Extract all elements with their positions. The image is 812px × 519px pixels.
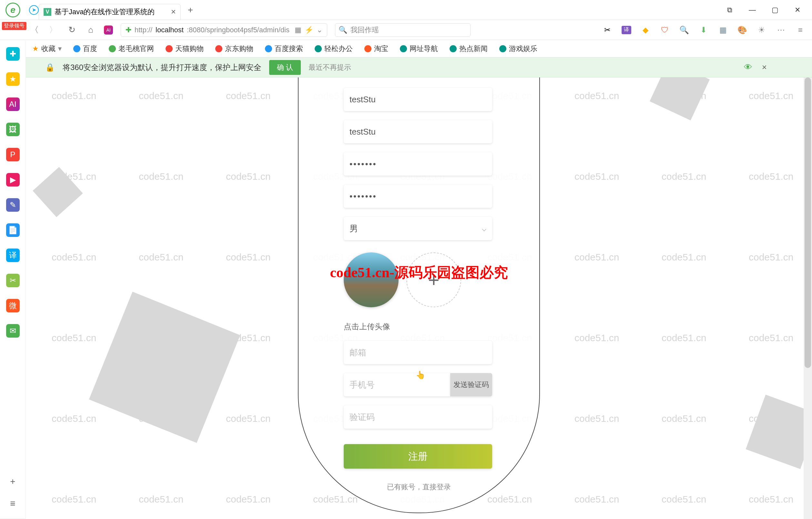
sidebar-app-2[interactable]: ★	[6, 72, 20, 86]
dismiss-notice-link[interactable]: 最近不再提示	[309, 63, 351, 72]
notice-text: 将360安全浏览器设为默认，提升打开速度，保护上网安全	[63, 62, 261, 73]
palette-icon[interactable]: 🎨	[737, 25, 748, 35]
page-content: code51.cncode51.cncode51.cncode51.cncode…	[26, 78, 812, 519]
url-bar[interactable]: ✚ http://localhost:8080/springboot4psf5/…	[121, 23, 327, 37]
theme-icon[interactable]: ☀	[756, 25, 767, 35]
forward-button[interactable]: 〉	[48, 25, 59, 35]
sidebar-app-5[interactable]: P	[6, 148, 20, 162]
bookmark-laomaotao[interactable]: 老毛桃官网	[109, 44, 154, 54]
watermark-text: code51.cn	[52, 90, 96, 102]
confirm-password-input[interactable]: •••••••	[344, 184, 492, 208]
back-button[interactable]: 〈	[29, 25, 40, 35]
sidebar-app-6[interactable]: ▶	[6, 173, 20, 186]
address-bar-row: 〈 〉 ↻ ⌂ AI ✚ http://localhost:8080/sprin…	[0, 20, 812, 40]
sidebar-app-10[interactable]: ✂	[6, 274, 20, 287]
sidebar-app-1[interactable]: ✚	[6, 47, 20, 61]
bookmark-baidu[interactable]: 百度	[73, 44, 97, 54]
cube-icon[interactable]: ◆	[640, 25, 650, 35]
register-button[interactable]: 注册	[344, 444, 492, 469]
lock-icon: 🔒	[45, 63, 55, 72]
watermark-text: code51.cn	[662, 171, 706, 182]
minimize-icon[interactable]: —	[748, 5, 757, 15]
bookmark-taobao[interactable]: 淘宝	[365, 44, 388, 54]
watermark-text: code51.cn	[575, 252, 619, 263]
nav-icon	[400, 45, 407, 52]
confirm-default-button[interactable]: 确 认	[269, 60, 301, 75]
avatar-preview[interactable]	[344, 252, 399, 307]
bookmark-bar: ★收藏▾ 百度 老毛桃官网 天猫购物 京东购物 百度搜索 轻松办公 淘宝 网址导…	[0, 40, 812, 57]
scrollbar-thumb[interactable]	[805, 78, 811, 368]
bookmark-jd[interactable]: 京东购物	[215, 44, 253, 54]
search-box[interactable]: 🔍 我回作瑶	[335, 23, 470, 37]
security-icon[interactable]: 🛡	[660, 25, 670, 35]
watermark-text: code51.cn	[226, 413, 270, 424]
browser-tab-bar: e ➤ V 基于Java的在线作业管理系统的 × + ⧉ — ▢ ✕	[0, 0, 812, 20]
sidebar-app-3[interactable]: AI	[6, 97, 20, 111]
tab-close-icon[interactable]: ×	[171, 7, 176, 17]
sidebar-app-11[interactable]: 微	[6, 299, 20, 312]
download-icon[interactable]: ⬇	[698, 25, 709, 35]
maximize-icon[interactable]: ▢	[770, 5, 780, 15]
send-code-button[interactable]: 发送验证码	[450, 373, 492, 396]
bookmark-favorites[interactable]: ★收藏▾	[32, 44, 62, 54]
bookmark-baidusearch[interactable]: 百度搜索	[265, 44, 303, 54]
apps-icon[interactable]: ▦	[718, 25, 728, 35]
bolt-icon[interactable]: ⚡	[304, 26, 313, 34]
watermark-text: code51.cn	[52, 333, 96, 343]
bookmark-news[interactable]: 热点新闻	[450, 44, 488, 54]
bg-square-4	[33, 167, 83, 217]
browser-e-icon: e	[5, 3, 20, 18]
scissors-icon[interactable]: ✂	[602, 25, 613, 35]
nickname-input[interactable]: testStu	[344, 120, 492, 143]
login-link[interactable]: 已有账号，直接登录	[344, 482, 494, 492]
sidebar-list-icon[interactable]: ≡	[10, 498, 15, 509]
browser-logo: e	[0, 0, 26, 20]
home-button[interactable]: ⌂	[85, 25, 96, 35]
sidebar-app-12[interactable]: ✉	[6, 324, 20, 338]
ai-icon[interactable]: AI	[104, 26, 113, 34]
menu-icon[interactable]: ≡	[795, 25, 806, 35]
find-icon[interactable]: 🔍	[679, 25, 689, 35]
captcha-input[interactable]	[344, 405, 492, 429]
bookmark-games[interactable]: 游戏娱乐	[499, 44, 538, 54]
bookmark-office[interactable]: 轻松办公	[315, 44, 353, 54]
close-window-icon[interactable]: ✕	[793, 5, 802, 15]
login-badge[interactable]: 登录领号	[2, 22, 26, 30]
new-tab-button[interactable]: +	[184, 4, 197, 17]
phone-input[interactable]	[344, 373, 450, 396]
url-dropdown-icon[interactable]: ⌄	[317, 26, 322, 34]
toolbar-icons: ✂ 译 ◆ 🛡 🔍 ⬇ ▦ 🎨 ☀ ⋯ ≡	[602, 25, 806, 35]
qr-icon[interactable]: ▦	[295, 26, 301, 34]
avatar-upload-button[interactable]: +	[406, 252, 461, 307]
username-input[interactable]: testStu	[344, 88, 492, 111]
watermark-text: code51.cn	[749, 90, 793, 102]
ellipsis-icon[interactable]: ⋯	[776, 25, 786, 35]
bookmark-nav[interactable]: 网址导航	[400, 44, 438, 54]
browser-tab[interactable]: V 基于Java的在线作业管理系统的 ×	[39, 4, 181, 20]
vertical-scrollbar[interactable]	[804, 78, 812, 519]
sidebar-app-7[interactable]: ✎	[6, 198, 20, 212]
email-input[interactable]	[344, 341, 492, 364]
password-input[interactable]: •••••••	[344, 152, 492, 176]
bookmark-tmall[interactable]: 天猫购物	[166, 44, 204, 54]
eye-icon[interactable]: 👁	[744, 62, 752, 72]
watermark-text: code51.cn	[226, 494, 270, 505]
sidebar-toggle-icon[interactable]: ⧉	[725, 5, 734, 15]
sidebar-app-4[interactable]: 🖼	[6, 123, 20, 136]
watermark-text: code51.cn	[226, 90, 270, 102]
reload-button[interactable]: ↻	[66, 25, 78, 35]
baidusearch-icon	[265, 45, 272, 52]
watermark-text: code51.cn	[662, 494, 706, 505]
watermark-text: code51.cn	[226, 252, 270, 263]
sidebar-app-8[interactable]: 📄	[6, 223, 20, 237]
laomaotao-icon	[109, 45, 116, 52]
register-form-card: testStu testStu ••••••• ••••••• 男 + 点击上传…	[298, 78, 540, 513]
watermark-text: code51.cn	[139, 90, 183, 102]
sidebar-bottom: + ≡	[10, 477, 15, 518]
gender-select[interactable]: 男	[344, 217, 492, 240]
sidebar-app-9[interactable]: 译	[6, 249, 20, 262]
translate-icon[interactable]: 译	[621, 26, 631, 34]
sidebar-add-icon[interactable]: +	[10, 477, 15, 487]
close-notice-icon[interactable]: ×	[762, 62, 767, 72]
jd-icon	[215, 45, 222, 52]
